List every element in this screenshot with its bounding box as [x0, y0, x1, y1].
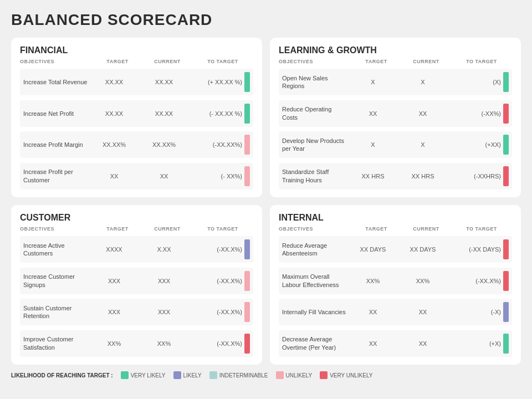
- row-to-target-text: (-XX%): [482, 110, 501, 117]
- customer-title: CUSTOMER: [20, 213, 253, 223]
- legend: LIKELIHOOD OF REACHING TARGET : VERY LIK…: [11, 371, 521, 379]
- likelihood-bar: [244, 334, 250, 354]
- likelihood-bar: [244, 239, 250, 259]
- row-current: XX%: [139, 340, 189, 347]
- legend-item-likely: LIKELY: [173, 371, 202, 379]
- row-current: XX: [398, 110, 448, 117]
- row-label: Improve Customer Satisfaction: [23, 335, 89, 351]
- row-to-target-text: (-XX.XX%): [213, 141, 242, 148]
- financial-header-3: TO TARGET: [192, 59, 253, 64]
- customer-header-3: TO TARGET: [192, 226, 253, 232]
- learning-header-0: OBJECTIVES: [279, 59, 351, 64]
- row-to-target-cell: (-X): [448, 302, 509, 322]
- likelihood-bar: [244, 166, 250, 186]
- row-target: XX DAYS: [348, 246, 398, 253]
- row-label: Internally Fill Vacancies: [282, 308, 348, 316]
- legend-label: INDETERMINABLE: [219, 372, 268, 378]
- table-row: Reduce Average AbsenteeismXX DAYSXX DAYS…: [279, 236, 512, 263]
- legend-item-indeterminable: INDETERMINABLE: [209, 371, 268, 379]
- likelihood-bar: [244, 271, 250, 291]
- row-current: XX.XX: [139, 110, 189, 117]
- row-to-target-cell: (-XX.XX%): [189, 135, 250, 155]
- row-target: XX.XX: [89, 110, 139, 117]
- internal-header-1: TARGET: [351, 226, 401, 232]
- row-to-target-text: (-XX.X%): [217, 278, 242, 284]
- likelihood-bar: [244, 135, 250, 155]
- row-target: XX%: [348, 278, 398, 284]
- row-to-target-cell: (+XX): [448, 135, 509, 155]
- table-row: Internally Fill VacanciesXXXX(-X): [279, 299, 512, 325]
- internal-header-3: TO TARGET: [451, 226, 512, 232]
- row-to-target-cell: (- XX%): [189, 166, 250, 186]
- table-row: Increase Customer SignupsXXXXXX(-XX.X%): [20, 268, 253, 294]
- scorecard-grid: FINANCIALOBJECTIVESTARGETCURRENTTO TARGE…: [11, 38, 521, 365]
- row-target: XXXX: [89, 246, 139, 253]
- row-to-target-text: (- XX.XX %): [209, 110, 242, 117]
- table-row: Reduce Operating CostsXXXX(-XX%): [279, 100, 512, 127]
- row-current: XX: [398, 340, 448, 347]
- financial-col-headers: OBJECTIVESTARGETCURRENTTO TARGET: [20, 57, 253, 66]
- likelihood-bar: [503, 239, 509, 259]
- row-to-target-text: (-XX.X%): [475, 278, 501, 284]
- row-label: Reduce Operating Costs: [282, 105, 348, 121]
- row-label: Increase Active Customers: [23, 242, 89, 258]
- learning-rows: Open New Sales RegionsXX(X)Reduce Operat…: [279, 66, 512, 192]
- row-label: Increase Profit per Customer: [23, 168, 89, 184]
- row-to-target-cell: (+X): [448, 334, 509, 354]
- likelihood-bar: [244, 104, 250, 124]
- legend-item-very-unlikely: VERY UNLIKELY: [320, 371, 372, 379]
- table-row: Maximum Overall Labour EffectivenessXX%X…: [279, 268, 512, 294]
- row-label: Sustain Customer Retention: [23, 304, 89, 320]
- financial-header-1: TARGET: [93, 59, 142, 64]
- table-row: Improve Customer SatisfactionXX%XX%(-XX.…: [20, 330, 253, 357]
- legend-item-unlikely: UNLIKELY: [276, 371, 313, 379]
- row-current: XX.XX: [139, 79, 189, 85]
- table-row: Increase Net ProfitXX.XXXX.XX(- XX.XX %): [20, 100, 253, 127]
- row-to-target-cell: (-XX.X%): [448, 271, 509, 291]
- row-current: XX%: [398, 278, 448, 284]
- table-row: Increase Active CustomersXXXXX.XX(-XX.X%…: [20, 236, 253, 263]
- table-row: Sustain Customer RetentionXXXXXX(-XX.X%): [20, 299, 253, 325]
- row-to-target-text: (+XX): [485, 141, 501, 148]
- card-learning: LEARNING & GROWTHOBJECTIVESTARGETCURRENT…: [270, 38, 521, 197]
- row-label: Increase Profit Margin: [23, 141, 89, 149]
- row-to-target-text: (-XX DAYS): [469, 246, 501, 253]
- row-to-target-cell: (-XXHRS): [448, 166, 509, 186]
- legend-dot: [320, 371, 328, 379]
- learning-col-headers: OBJECTIVESTARGETCURRENTTO TARGET: [279, 57, 512, 66]
- row-current: XXX: [139, 278, 189, 284]
- row-target: XX.XX: [89, 79, 139, 85]
- likelihood-bar: [503, 271, 509, 291]
- row-to-target-cell: (- XX.XX %): [189, 104, 250, 124]
- page-title: BALANCED SCORECARD: [11, 11, 521, 29]
- customer-col-headers: OBJECTIVESTARGETCURRENTTO TARGET: [20, 224, 253, 234]
- row-label: Increase Customer Signups: [23, 273, 89, 289]
- row-to-target-cell: (-XX DAYS): [448, 239, 509, 259]
- row-label: Open New Sales Regions: [282, 74, 348, 90]
- table-row: Standardize Staff Training HoursXX HRSXX…: [279, 163, 512, 190]
- legend-label: VERY UNLIKELY: [330, 372, 372, 378]
- card-internal: INTERNALOBJECTIVESTARGETCURRENTTO TARGET…: [270, 205, 521, 365]
- row-label: Decrease Average Overtime (Per Year): [282, 335, 348, 351]
- row-to-target-text: (-X): [491, 309, 501, 315]
- row-to-target-cell: (-XX.X%): [189, 302, 250, 322]
- row-current: XXX: [139, 309, 189, 315]
- likelihood-bar: [503, 72, 509, 92]
- row-to-target-text: (+ XX.XX %): [208, 79, 242, 85]
- learning-title: LEARNING & GROWTH: [279, 45, 512, 55]
- row-to-target-text: (- XX%): [221, 173, 243, 180]
- row-target: XXX: [89, 278, 139, 284]
- row-target: XX: [348, 340, 398, 347]
- row-to-target-text: (+X): [489, 340, 501, 347]
- row-target: XX: [89, 173, 139, 180]
- row-target: XX.XX%: [89, 141, 139, 148]
- card-financial: FINANCIALOBJECTIVESTARGETCURRENTTO TARGE…: [11, 38, 262, 197]
- row-to-target-text: (-XX.X%): [217, 246, 242, 253]
- row-current: XX DAYS: [398, 246, 448, 253]
- row-target: XXX: [89, 309, 139, 315]
- table-row: Develop New Products per YearXX(+XX): [279, 131, 512, 158]
- likelihood-bar: [503, 166, 509, 186]
- row-to-target-cell: (+ XX.XX %): [189, 72, 250, 92]
- legend-dot: [276, 371, 284, 379]
- internal-header-2: CURRENT: [401, 226, 451, 232]
